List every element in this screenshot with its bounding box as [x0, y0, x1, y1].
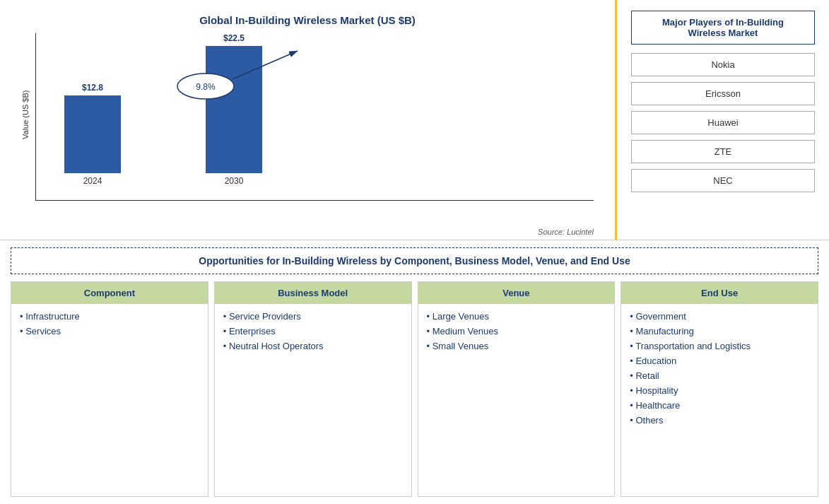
player-nokia: Nokia	[631, 53, 815, 76]
chart-wrapper: Value (US $B) $12.8 2024 $22.5	[21, 33, 594, 196]
bar-value-2024: $12.8	[82, 83, 103, 93]
chart-title: Global In-Building Wireless Market (US $…	[21, 14, 594, 26]
players-section: Major Players of In-Building Wireless Ma…	[617, 0, 829, 240]
players-title: Major Players of In-Building Wireless Ma…	[631, 11, 815, 45]
bar-label-2030: 2030	[225, 176, 244, 186]
item-medium-venues: Medium Venues	[427, 326, 606, 336]
category-items-end-use: Government Manufacturing Transportation …	[621, 304, 818, 496]
category-header-end-use: End Use	[621, 282, 818, 304]
bottom-section: Opportunities for In-Building Wireless b…	[0, 240, 829, 504]
item-others: Others	[630, 415, 809, 426]
y-axis-label: Value (US $B)	[21, 33, 30, 196]
player-ericsson: Ericsson	[631, 82, 815, 105]
category-header-component: Component	[11, 282, 208, 304]
category-items-business-model: Service Providers Enterprises Neutral Ho…	[215, 304, 411, 496]
player-nec: NEC	[631, 169, 815, 192]
category-business-model: Business Model Service Providers Enterpr…	[214, 281, 412, 497]
category-items-component: Infrastructure Services	[11, 304, 208, 496]
source-label: Source: Lucintel	[538, 228, 594, 236]
item-manufacturing: Manufacturing	[630, 326, 809, 336]
item-government: Government	[630, 311, 809, 322]
opportunities-title: Opportunities for In-Building Wireless b…	[11, 247, 818, 274]
item-healthcare: Healthcare	[630, 400, 809, 411]
item-transportation: Transportation and Logistics	[630, 341, 809, 351]
category-component: Component Infrastructure Services	[11, 281, 208, 497]
bar-label-2024: 2024	[83, 176, 102, 186]
top-section: Global In-Building Wireless Market (US $…	[0, 0, 829, 240]
bar-2024	[64, 95, 121, 173]
item-infrastructure: Infrastructure	[20, 311, 199, 322]
category-end-use: End Use Government Manufacturing Transpo…	[621, 281, 818, 497]
bar-group-2024: $12.8 2024	[64, 83, 121, 186]
category-items-venue: Large Venues Medium Venues Small Venues	[418, 304, 615, 496]
category-venue: Venue Large Venues Medium Venues Small V…	[418, 281, 616, 497]
item-enterprises: Enterprises	[223, 326, 403, 336]
item-retail: Retail	[630, 370, 809, 381]
categories-row: Component Infrastructure Services Busine…	[11, 281, 818, 497]
main-container: Global In-Building Wireless Market (US $…	[0, 0, 829, 504]
chart-area: Global In-Building Wireless Market (US $…	[0, 0, 615, 240]
item-large-venues: Large Venues	[427, 311, 606, 322]
bar-2030	[206, 46, 262, 173]
player-zte: ZTE	[631, 140, 815, 163]
item-small-venues: Small Venues	[427, 341, 606, 351]
bar-group-2030: $22.5 2030	[206, 33, 262, 186]
item-education: Education	[630, 356, 809, 366]
item-services: Services	[20, 326, 199, 336]
chart-inner: $12.8 2024 $22.5 2030	[35, 33, 594, 196]
item-service-providers: Service Providers	[223, 311, 403, 322]
bars-area: $12.8 2024 $22.5 2030	[35, 33, 594, 201]
item-hospitality: Hospitality	[630, 385, 809, 396]
item-neutral-host: Neutral Host Operators	[223, 341, 403, 351]
category-header-business-model: Business Model	[215, 282, 411, 304]
player-huawei: Huawei	[631, 111, 815, 134]
bar-value-2030: $22.5	[223, 33, 245, 43]
category-header-venue: Venue	[418, 282, 615, 304]
